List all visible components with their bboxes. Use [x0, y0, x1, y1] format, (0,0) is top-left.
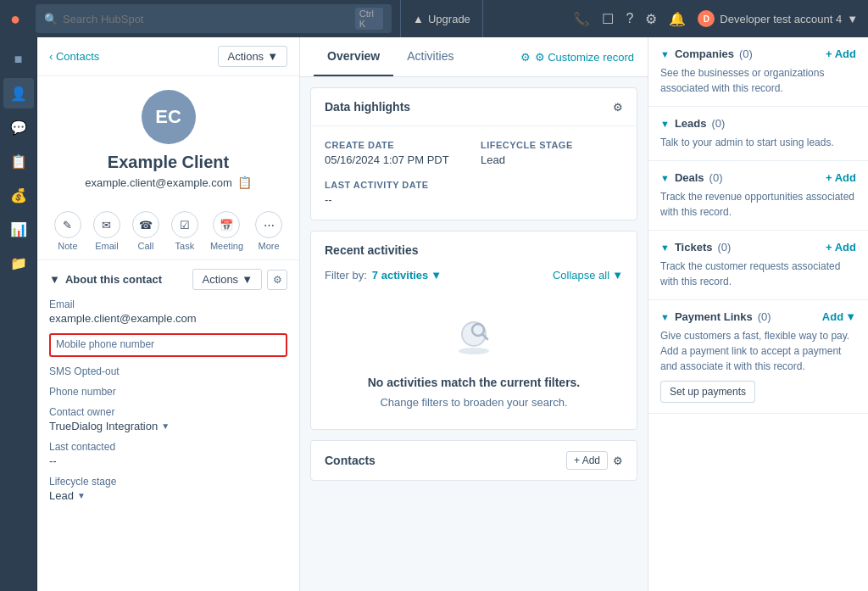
sidebar-item-contacts[interactable]: 👤 — [3, 78, 34, 109]
sidebar-item-sales[interactable]: 💰 — [3, 180, 34, 210]
last-contacted-value: -- — [49, 454, 287, 467]
about-settings-button[interactable]: ⚙ — [267, 270, 287, 290]
tickets-add-button[interactable]: + Add — [826, 241, 856, 254]
filter-by-label: Filter by: — [325, 269, 367, 282]
phone-label: Phone number — [49, 386, 287, 398]
middle-top-bar: Overview Activities ⚙ ⚙ Customize record — [300, 37, 648, 77]
companies-collapse-icon[interactable]: ▼ — [660, 49, 670, 59]
task-action[interactable]: ☑ Task — [171, 211, 198, 251]
leads-count: (0) — [711, 117, 725, 130]
note-action[interactable]: ✎ Note — [54, 211, 81, 251]
search-input[interactable] — [63, 13, 350, 25]
deals-add-button[interactable]: + Add — [826, 171, 856, 184]
create-date-value: 05/16/2024 1:07 PM PDT — [325, 153, 467, 166]
more-action[interactable]: ⋯ More — [255, 211, 282, 251]
customize-gear-icon: ⚙ — [520, 51, 531, 64]
copy-icon[interactable]: 📋 — [237, 176, 252, 189]
about-actions-button[interactable]: Actions ▼ — [192, 269, 262, 290]
deals-collapse-icon[interactable]: ▼ — [660, 173, 670, 183]
svg-point-0 — [459, 348, 489, 354]
companies-add-button[interactable]: + Add — [826, 47, 856, 60]
setup-payments-button[interactable]: Set up payments — [660, 381, 755, 403]
upgrade-button[interactable]: ▲ Upgrade — [400, 0, 483, 37]
empty-state-subtitle: Change filters to broaden your search. — [380, 396, 567, 409]
sidebar-item-files[interactable]: 📁 — [3, 248, 34, 278]
filter-chevron-icon: ▼ — [431, 269, 442, 282]
email-field-label: Email — [49, 298, 287, 310]
main-layout: ■ 👤 💬 📋 💰 📊 📁 ‹ Contacts Actions ▼ EC Ex… — [0, 37, 868, 591]
tickets-count: (0) — [717, 241, 731, 254]
leads-collapse-icon[interactable]: ▼ — [660, 119, 670, 129]
call-button[interactable]: ☎ — [132, 211, 159, 238]
leads-desc: Talk to your admin to start using leads. — [660, 135, 856, 150]
companies-count: (0) — [739, 47, 753, 60]
tickets-collapse-icon[interactable]: ▼ — [660, 243, 670, 253]
tabs: Overview Activities — [314, 37, 468, 76]
hubspot-logo: ● — [10, 9, 20, 29]
sidebar-item-reports[interactable]: 📊 — [3, 214, 34, 244]
phone-icon[interactable]: 📞 — [573, 11, 590, 27]
task-button[interactable]: ☑ — [171, 211, 198, 238]
contacts-add-button[interactable]: + Add — [566, 451, 608, 470]
chat-icon[interactable]: ☐ — [602, 11, 614, 27]
account-avatar: D — [698, 10, 715, 27]
payment-links-title: ▼ Payment Links (0) — [660, 310, 771, 323]
highlights-settings-icon[interactable]: ⚙ — [613, 101, 623, 114]
sidebar-item-conversations[interactable]: 💬 — [3, 112, 34, 142]
account-button[interactable]: D Developer test account 4 ▼ — [698, 10, 858, 27]
filter-row: Filter by: 7 activities ▼ — [325, 269, 442, 282]
tab-overview[interactable]: Overview — [314, 37, 393, 76]
data-highlights-header: Data highlights ⚙ — [311, 88, 637, 126]
owner-value[interactable]: TrueDialog Integration ▼ — [49, 420, 287, 432]
data-highlights-card: Data highlights ⚙ CREATE DATE 05/16/2024… — [310, 87, 637, 220]
payment-links-section: ▼ Payment Links (0) Add ▼ Give customers… — [648, 300, 868, 414]
filter-count-button[interactable]: 7 activities ▼ — [372, 269, 442, 282]
activities-header: Recent activities — [311, 231, 637, 269]
customize-record-button[interactable]: ⚙ ⚙ Customize record — [520, 51, 634, 64]
meeting-action[interactable]: 📅 Meeting — [210, 211, 243, 251]
activities-empty-state: No activities match the current filters.… — [311, 290, 637, 429]
tickets-header: ▼ Tickets (0) + Add — [660, 241, 856, 254]
sidebar-item-marketing[interactable]: 📋 — [3, 146, 34, 176]
call-action[interactable]: ☎ Call — [132, 211, 159, 251]
lifecycle-chevron-icon: ▼ — [77, 491, 86, 500]
owner-chevron-icon: ▼ — [161, 421, 170, 431]
phone-field-row: Phone number — [49, 386, 287, 398]
collapse-all-button[interactable]: Collapse all ▼ — [553, 269, 623, 282]
account-chevron-icon: ▼ — [847, 13, 858, 25]
tab-activities[interactable]: Activities — [393, 37, 467, 76]
contact-actions-button[interactable]: Actions ▼ — [218, 46, 287, 67]
about-title: ▼ About this contact — [49, 273, 162, 286]
sidebar-item-dashboard[interactable]: ■ — [3, 44, 34, 75]
payment-links-collapse-icon[interactable]: ▼ — [660, 312, 670, 322]
meeting-button[interactable]: 📅 — [213, 211, 240, 238]
lifecycle-label: Lifecycle stage — [49, 476, 287, 488]
deals-count: (0) — [709, 171, 723, 184]
more-button[interactable]: ⋯ — [255, 211, 282, 238]
email-action[interactable]: ✉ Email — [93, 211, 120, 251]
collapse-about-icon[interactable]: ▼ — [49, 273, 60, 286]
lifecycle-value[interactable]: Lead ▼ — [49, 489, 287, 502]
back-to-contacts[interactable]: ‹ Contacts — [49, 50, 99, 63]
email-label: Email — [95, 241, 119, 251]
email-field-value: example.client@example.com — [49, 312, 287, 325]
last-activity-label: LAST ACTIVITY DATE — [325, 180, 623, 190]
companies-title: ▼ Companies (0) — [660, 47, 753, 60]
tickets-title: ▼ Tickets (0) — [660, 241, 731, 254]
search-bar[interactable]: 🔍 Ctrl K — [36, 4, 392, 33]
upgrade-icon: ▲ — [413, 13, 424, 25]
companies-header: ▼ Companies (0) + Add — [660, 47, 856, 60]
note-button[interactable]: ✎ — [54, 211, 81, 238]
email-button[interactable]: ✉ — [93, 211, 120, 238]
nav-icons: 📞 ☐ ? ⚙ 🔔 D Developer test account 4 ▼ — [573, 10, 858, 27]
owner-label: Contact owner — [49, 406, 287, 418]
settings-icon[interactable]: ⚙ — [645, 11, 657, 27]
meeting-label: Meeting — [210, 241, 243, 251]
notifications-icon[interactable]: 🔔 — [669, 11, 686, 27]
account-name: Developer test account 4 — [720, 13, 842, 25]
actions-chevron-icon: ▼ — [267, 50, 278, 63]
mobile-phone-field-row[interactable]: Mobile phone number — [49, 333, 287, 357]
contacts-settings-icon[interactable]: ⚙ — [613, 454, 623, 467]
payment-links-add-button[interactable]: Add ▼ — [822, 310, 856, 323]
help-icon[interactable]: ? — [626, 11, 633, 26]
